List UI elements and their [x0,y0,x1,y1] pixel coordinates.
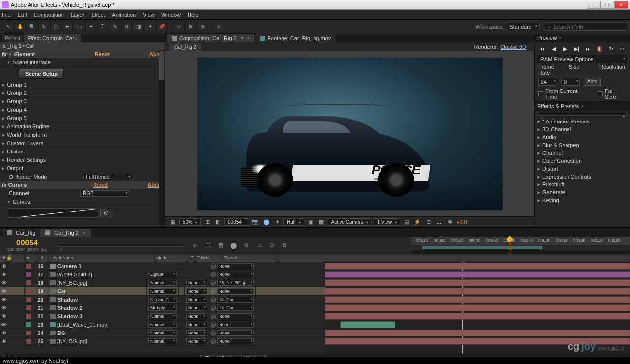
layer-bar[interactable] [325,271,630,278]
group-1[interactable]: Group 1 [7,82,27,88]
fx-scrollbar[interactable] [159,50,165,227]
label-color[interactable] [26,289,31,294]
safe-zones-icon[interactable]: ⊞ [203,218,212,226]
pickwhip-icon[interactable]: @ [211,313,216,319]
group-5[interactable]: Group 5 [7,115,27,121]
menu-file[interactable]: File [2,12,11,18]
ram-preview-icon[interactable]: ↦ [618,45,627,52]
mode-dropdown[interactable]: Multiply [148,305,177,311]
snapshot-icon[interactable]: 📷 [251,218,260,226]
motion-blur-icon[interactable]: ⬤ [228,241,238,250]
layer-bar[interactable] [325,263,630,270]
camera-dropdown[interactable]: Active Camera [328,218,372,226]
maximize-button[interactable]: ☐ [600,1,614,9]
menu-effect[interactable]: Effect [91,12,105,18]
label-color[interactable] [26,322,31,327]
group-3[interactable]: Group 3 [7,98,27,104]
parent-dropdown[interactable]: None [217,338,254,344]
search-help[interactable]: ⌕ [546,22,627,31]
visibility-icon[interactable]: 👁 [1,272,7,277]
label-color[interactable] [26,297,31,302]
renderer-link[interactable]: Classic 3D [500,44,526,50]
last-frame-icon[interactable]: ⏭ [584,45,593,52]
minimize-button[interactable]: — [587,1,600,9]
pickwhip-icon[interactable]: @ [211,288,216,294]
pickwhip-icon[interactable]: @ [211,322,216,328]
grid-icon[interactable]: ▦ [168,218,177,226]
roto-tool-icon[interactable]: ✦ [145,22,156,31]
effect-controls-tab[interactable]: Effect Controls: Car× [24,34,80,42]
label-color[interactable] [26,305,31,310]
preset-audio[interactable]: Audio [535,133,630,141]
visibility-icon[interactable]: 👁 [1,280,7,286]
project-tab[interactable]: Project [2,35,23,42]
layer-name[interactable]: [Dust_Wave_01.mov] [48,321,147,329]
workspace-dropdown[interactable]: Standard [506,23,540,30]
trkmat-dropdown[interactable]: None [186,305,207,311]
curves-reset-link[interactable]: Reset [93,182,108,188]
brush-tool-icon[interactable]: ✎ [109,22,120,31]
hand-tool-icon[interactable]: ✋ [15,22,26,31]
playhead[interactable] [510,237,510,254]
layer-name[interactable]: Shadow [48,296,147,303]
fast-preview-icon[interactable]: ⚡ [413,218,422,226]
transparency-icon[interactable]: ▩ [317,218,326,226]
graph-editor-icon[interactable]: ▭ [254,241,264,250]
render-settings[interactable]: Render Settings [7,157,46,163]
layer-row[interactable]: 👁 23[Dust_Wave_01.mov]NormalNone@None [0,321,325,329]
pickwhip-icon[interactable]: @ [211,305,216,311]
layer-name[interactable]: BG [48,329,147,337]
parent-dropdown[interactable]: None [217,263,254,269]
preset-keying[interactable]: Keying [535,196,630,204]
preset-channel[interactable]: Channel [535,149,630,157]
framerate-input[interactable]: 24 [538,78,557,86]
visibility-icon[interactable]: 👁 [1,313,7,319]
parent-dropdown[interactable]: None [217,313,254,319]
layer-bar[interactable] [325,313,630,320]
animation-engine[interactable]: Animation Engine [7,123,49,129]
mode-dropdown[interactable]: Normal [148,338,177,344]
visibility-icon[interactable]: 👁 [1,338,7,344]
group-2[interactable]: Group 2 [7,90,27,96]
layer-row[interactable]: 👁 21Shadow 2MultiplyNone@14. Car [0,304,325,312]
menu-edit[interactable]: Edit [18,12,27,18]
preset-blur-sharpen[interactable]: Blur & Sharpen [535,141,630,149]
mode-dropdown[interactable]: Normal [148,288,177,294]
trkmat-dropdown[interactable]: None [186,297,207,303]
pickwhip-icon[interactable]: @ [211,280,216,286]
preset-frischluft[interactable]: Frischluft [535,181,630,188]
label-color[interactable] [26,280,31,285]
menu-view[interactable]: View [143,12,155,18]
menu-composition[interactable]: Composition [34,12,64,18]
selection-tool-icon[interactable]: ↖ [3,22,14,31]
skip-input[interactable]: 0 [561,78,580,86]
mode-dropdown[interactable]: Normal [148,322,177,328]
channel-icon[interactable]: ⬤ [262,218,271,226]
layer-row[interactable]: 👁 22Shadow 3NormalNone@None [0,312,325,321]
world-transform[interactable]: World Transform [7,132,47,138]
auto-keyframe-icon[interactable]: ⊙ [267,241,277,250]
comp-subtab[interactable]: Car_Rig 2 [169,43,201,51]
parent-dropdown[interactable]: 14. Car [217,297,254,303]
prev-frame-icon[interactable]: ◀ [549,45,558,52]
label-color[interactable] [26,339,31,344]
layer-name[interactable]: [NY_BG.jpg] [48,279,147,287]
menu-window[interactable]: Window [161,12,181,18]
visibility-icon[interactable]: 👁 [1,263,7,269]
fx-icon[interactable]: ✦ [273,218,282,226]
visibility-icon[interactable]: 👁 [1,322,7,328]
menu-animation[interactable]: Animation [112,12,136,18]
parent-dropdown[interactable]: None [217,288,254,294]
preset-generate[interactable]: Generate [535,188,630,196]
timeline-bars[interactable] [325,262,630,354]
clone-tool-icon[interactable]: ⧉ [121,22,132,31]
mode-dropdown[interactable]: Classic C [148,297,177,303]
parent-dropdown[interactable]: 25. NY_BG.jp [217,280,254,286]
visibility-icon[interactable]: 👁 [1,297,7,303]
preset-distort[interactable]: Distort [535,165,630,173]
effects-search[interactable] [537,113,627,116]
render-mode-dropdown[interactable]: Full Render [83,174,132,180]
layer-row[interactable]: 👁 16Camera 1@None [0,262,325,271]
visibility-icon[interactable]: 👁 [1,288,7,294]
trkmat-dropdown[interactable]: None [186,288,207,294]
